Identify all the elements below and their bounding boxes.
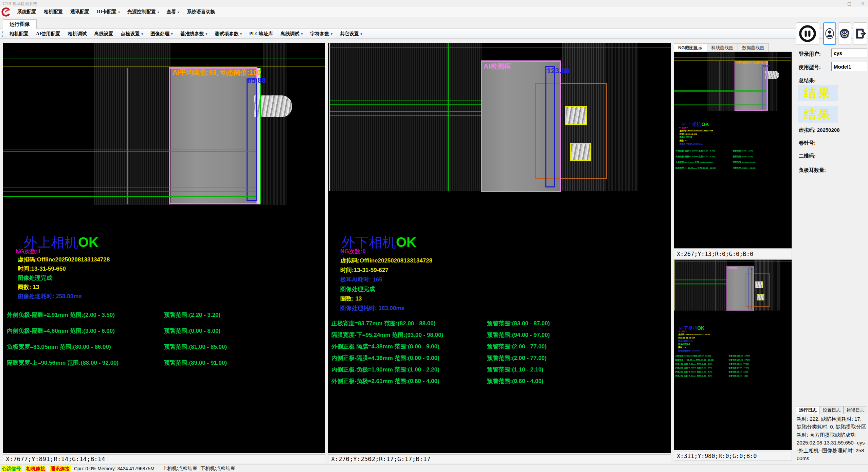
baseline-yellow <box>674 60 791 61</box>
ng-preview-bottom[interactable]: AI检测框 123.80 外下相机OK NG次数:0 虚拟码:Offline20… <box>674 259 792 450</box>
ng-preview-top[interactable]: AI平均阈值:93, 动态阈值:100 85.88 外上相机OK NG次数:1 … <box>674 52 792 249</box>
tool-image-processing[interactable]: 图像处理▾ <box>147 31 177 37</box>
minimize-icon[interactable]: — <box>833 1 839 6</box>
tool-plc-address-lib[interactable]: PLC地址库 <box>246 31 277 37</box>
ai-detect-box-label: AI检测框 <box>727 266 737 269</box>
measurement-text: 隔膜宽度-上=90.56mm 范围:(88.00 - 92.00) <box>7 359 119 367</box>
menu-view[interactable]: 查看▾ <box>163 9 183 15</box>
tab-run-log[interactable]: 运行日志 <box>796 406 820 414</box>
user-manage-button[interactable] <box>838 22 851 45</box>
baseline-green <box>674 91 766 92</box>
measurement-text: 外侧正极-负极=2.61mm 范围:(0.60 - 4.00) <box>331 377 439 385</box>
info-process-done: 图像处理完成 <box>678 343 690 346</box>
result-ok: OK <box>698 326 705 331</box>
info-process-elapsed: 图像处理耗时: 183.00ms <box>678 349 700 352</box>
measurement-text: 外侧负极-隔膜=2.91mm 范围:(2.00 - 3.50) <box>675 149 715 152</box>
baseline-green <box>674 261 792 262</box>
info-loop-count: 圈数: 13 <box>678 346 686 349</box>
baseline-green-vertical <box>448 43 449 191</box>
tab-run-image[interactable]: 运行图像 <box>3 19 37 29</box>
login-user-input[interactable] <box>831 49 867 57</box>
run-log-text[interactable]: 耗时: 222, 缺陷检测耗时: 17, 缺陷分类耗时: 0, 缺陷提取分区耗时… <box>797 415 867 466</box>
baseline-green <box>674 57 791 58</box>
ai-threshold-overlay-text: AI平均阈值:93, 动态阈值:100 <box>173 68 261 77</box>
measure-value-overlay: 85.88 <box>763 64 770 67</box>
measurement-warn: 预警范围:(0.60 - 4.00) <box>487 377 543 385</box>
menu-system-config[interactable]: 系统配置 <box>14 9 40 15</box>
left-camera-panel[interactable]: AI平均阈值:93, 动态阈值:100 85.88 外上相机OK NG次数:1 … <box>3 43 325 453</box>
exit-button[interactable] <box>853 22 867 45</box>
tool-spot-check[interactable]: 点检设置▾ <box>117 31 147 37</box>
left-camera-panel[interactable]: AI平均阈值:93, 动态阈值:100 85.88 外上相机OK NG次数:1 … <box>674 52 791 201</box>
measurement-text: 正极宽度=83.77mm 范围:(82.00 - 88.00) <box>331 320 436 327</box>
measurement-text: 内侧负极-隔膜=4.60mm 范围:(3.00 - 6.00) <box>7 327 115 335</box>
info-time: 时间:13-31-59-650 <box>18 265 66 273</box>
menu-camera-config[interactable]: 相机配置 <box>40 9 67 15</box>
tab-detect-box-yellow <box>570 143 591 161</box>
tool-camera-config[interactable]: 相机配置 <box>6 31 32 37</box>
dropdown-arrow-icon: ▾ <box>331 32 332 36</box>
menu-language-switch[interactable]: 系统语言切换 <box>183 9 219 15</box>
dropdown-arrow-icon: ▾ <box>118 11 120 14</box>
pause-button[interactable] <box>796 22 819 45</box>
tab-error-log[interactable]: 错误日志 <box>844 406 867 414</box>
measure-box-blue <box>247 78 257 201</box>
menu-io-card-config[interactable]: IO卡配置▾ <box>93 9 124 15</box>
model-input[interactable] <box>831 62 867 71</box>
menu-comm-config[interactable]: 通讯配置 <box>67 9 93 15</box>
upper-camera-status: 上相机:点检结束 <box>163 466 197 472</box>
ng-count: NG次数:1 <box>16 248 41 255</box>
info-loop-count: 圈数: 13 <box>680 139 687 142</box>
right-image-texture <box>604 43 638 191</box>
info-process-done: 图像处理完成 <box>18 274 52 282</box>
login-user-button[interactable] <box>823 22 836 45</box>
tool-ai-use-config[interactable]: AI使用配置 <box>32 31 64 37</box>
measurement-warn: 预警范围:(83.00 - 87.00) <box>729 355 751 358</box>
tab-settings-log[interactable]: 设置日志 <box>820 406 844 414</box>
baseline-yellow <box>3 67 325 67</box>
maximize-icon[interactable]: ▢ <box>846 1 852 6</box>
measure-box-blue <box>763 65 766 109</box>
info-virtual-code: 虚拟码:Offline20250208133134728 <box>680 129 713 132</box>
tool-camera-debug[interactable]: 相机调试 <box>64 31 91 37</box>
toolbar: 相机配置 AI使用配置 相机调试 离线设置 点检设置▾ 图像处理▾ 基准线参数▾… <box>0 29 868 39</box>
measure-value-overlay: 123.80 <box>547 67 569 75</box>
baseline-green-vertical <box>715 260 716 311</box>
tool-other-settings[interactable]: 其它设置▾ <box>336 31 366 37</box>
tab-ng-screenshot[interactable]: NG截图显示 <box>674 43 707 52</box>
exit-icon <box>854 28 866 40</box>
info-ai-elapsed: 极耳AI耗时: 165 <box>340 276 382 284</box>
baseline-green <box>674 90 766 91</box>
baseline-green <box>3 191 256 192</box>
dropdown-arrow-icon: ▾ <box>240 32 242 36</box>
menu-light-control-config[interactable]: 光源控制配置▾ <box>124 9 163 15</box>
tool-char-params[interactable]: 字符参数▾ <box>306 31 336 37</box>
measurement-text: 内侧正极-负极=1.90mm 范围:(1.00 - 2.20) <box>675 370 712 373</box>
right-camera-panel[interactable]: AI检测框 123.80 外下相机OK NG次数:0 虚拟码:Offline20… <box>674 260 792 400</box>
measurement-warn: 预警范围:(1.10 - 2.10) <box>487 366 543 374</box>
tool-baseline-params[interactable]: 基准线参数▾ <box>177 31 211 37</box>
preview-top-status-line: X:267;Y:13;R:0;G:0;B:0 <box>674 250 792 258</box>
tab-data-curve[interactable]: 数据曲线图 <box>738 43 769 52</box>
tab-line-curve[interactable]: 料线曲线图 <box>707 43 738 52</box>
virtual-code-row: 虚拟码: 20250208 <box>799 127 840 133</box>
tool-offline-settings[interactable]: 离线设置 <box>91 31 117 37</box>
baseline-green <box>328 48 671 48</box>
app-logo-icon <box>1 7 11 17</box>
baseline-green <box>3 187 256 187</box>
info-time: 时间:13-31-59-627 <box>678 337 695 339</box>
right-image-texture <box>675 260 727 311</box>
left-pixel-status-line: X:7677;Y:891;R:14;G:14;B:14 <box>3 454 325 463</box>
tab-detect-box-yellow <box>565 106 587 125</box>
cpu-memory-text: Cpu: 0.0% Memory: 3424.41796875M <box>74 466 155 471</box>
measurement-text: 外侧正极-隔膜=4.38mm 范围:(0.00 - 9.00) <box>331 343 439 350</box>
toolbar-gripper[interactable] <box>2 31 3 37</box>
measurement-warn: 预警范围:(89.00 - 91.00) <box>733 167 755 169</box>
tool-test-item-params[interactable]: 测试项参数▾ <box>211 31 246 37</box>
baseline-green <box>330 104 482 105</box>
measurement-text: 外侧正极-负极=2.61mm 范围:(0.60 - 4.00) <box>675 375 712 377</box>
tool-offline-debug[interactable]: 离线调试▾ <box>277 31 307 37</box>
close-icon[interactable]: ✕ <box>860 1 866 6</box>
sidebar-divider <box>794 32 794 464</box>
right-camera-panel[interactable]: AI检测框 123.80 外下相机OK NG次数:0 虚拟码:Offline20… <box>328 43 671 453</box>
